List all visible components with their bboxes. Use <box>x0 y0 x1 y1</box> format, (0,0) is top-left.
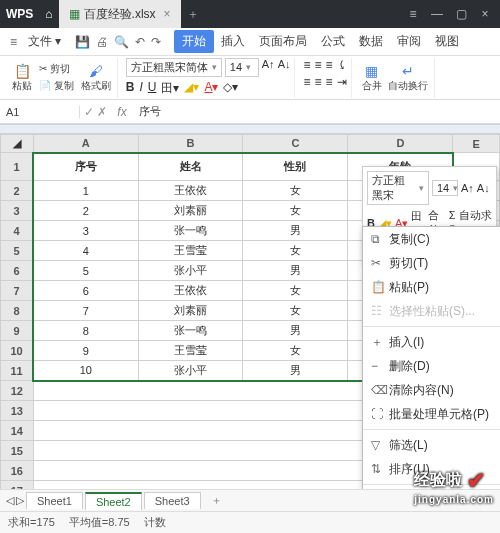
cell[interactable]: 3 <box>33 221 138 241</box>
row-header[interactable]: 6 <box>1 261 34 281</box>
wrap-text-button[interactable]: ↵自动换行 <box>386 61 430 95</box>
formula-input[interactable]: 序号 <box>133 104 500 119</box>
cell[interactable]: 张小平 <box>138 261 243 281</box>
row-header[interactable]: 16 <box>1 461 34 481</box>
row-header[interactable]: 1 <box>1 153 34 181</box>
cell[interactable]: 女 <box>243 181 348 201</box>
cell[interactable]: 王依依 <box>138 181 243 201</box>
fill-color-button[interactable]: ◢▾ <box>184 80 199 97</box>
fx-buttons[interactable]: ✓ ✗ <box>80 105 111 119</box>
align-right-icon[interactable]: ≡ <box>326 75 333 89</box>
cell[interactable]: 男 <box>243 261 348 281</box>
ctx-copy[interactable]: ⧉复制(C)Ctrl+C <box>363 227 500 251</box>
qat-undo-icon[interactable]: ↶ <box>132 35 148 49</box>
italic-button[interactable]: I <box>139 80 142 97</box>
mini-font-name[interactable]: 方正粗黑宋▾ <box>367 171 429 205</box>
cell[interactable]: 男 <box>243 221 348 241</box>
menu-insert[interactable]: 插入 <box>214 33 252 50</box>
indent-icon[interactable]: ⇥ <box>337 75 347 89</box>
row-header[interactable]: 9 <box>1 321 34 341</box>
ctx-clear[interactable]: ⌫清除内容(N) <box>363 378 500 402</box>
tab-next-icon[interactable]: ▷ <box>16 494 24 507</box>
row-header[interactable]: 11 <box>1 361 34 381</box>
col-header[interactable]: B <box>138 135 243 153</box>
ctx-insert[interactable]: ＋插入(I)▶ <box>363 330 500 354</box>
row-header[interactable]: 10 <box>1 341 34 361</box>
close-tab-icon[interactable]: × <box>164 7 171 21</box>
ctx-delete[interactable]: −删除(D)▶ <box>363 354 500 378</box>
cell[interactable]: 刘素丽 <box>138 301 243 321</box>
qat-print-icon[interactable]: 🖨 <box>93 35 111 49</box>
header-cell[interactable]: 姓名 <box>138 153 243 181</box>
cell[interactable]: 女 <box>243 301 348 321</box>
mini-font-size[interactable]: 14▾ <box>432 180 458 196</box>
close-window-icon[interactable]: × <box>478 7 492 21</box>
cut-button[interactable]: ✂ 剪切 <box>36 61 77 77</box>
mini-increase-font-icon[interactable]: A↑ <box>461 182 474 194</box>
app-menu-icon[interactable]: ≡ <box>10 35 17 49</box>
menu-formula[interactable]: 公式 <box>314 33 352 50</box>
home-icon[interactable]: ⌂ <box>39 0 58 28</box>
merge-cells-button[interactable]: ▦合并 <box>360 61 384 95</box>
row-header[interactable]: 7 <box>1 281 34 301</box>
cell[interactable]: 张小平 <box>138 361 243 381</box>
qat-redo-icon[interactable]: ↷ <box>148 35 164 49</box>
cell[interactable]: 9 <box>33 341 138 361</box>
cell[interactable]: 刘素丽 <box>138 201 243 221</box>
menu-file[interactable]: 文件 ▾ <box>21 33 68 50</box>
menu-review[interactable]: 审阅 <box>390 33 428 50</box>
name-box[interactable]: A1 <box>0 106 80 118</box>
col-header[interactable]: A <box>33 135 138 153</box>
row-header[interactable]: 5 <box>1 241 34 261</box>
row-header[interactable]: 8 <box>1 301 34 321</box>
ctx-batch[interactable]: ⛶批量处理单元格(P) <box>363 402 500 426</box>
header-cell[interactable]: 序号 <box>33 153 138 181</box>
col-header[interactable]: E <box>453 135 500 153</box>
cell[interactable]: 2 <box>33 201 138 221</box>
cell[interactable]: 王依依 <box>138 281 243 301</box>
cell[interactable]: 女 <box>243 241 348 261</box>
ctx-filter[interactable]: ▽筛选(L)▶ <box>363 433 500 457</box>
ctx-sort[interactable]: ⇅排序(U)▶ <box>363 457 500 481</box>
underline-button[interactable]: U <box>148 80 157 97</box>
menu-view[interactable]: 视图 <box>428 33 466 50</box>
align-middle-icon[interactable]: ≡ <box>314 58 321 72</box>
qat-save-icon[interactable]: 💾 <box>72 35 93 49</box>
increase-font-icon[interactable]: A↑ <box>262 58 275 77</box>
bold-button[interactable]: B <box>126 80 135 97</box>
minimize-icon[interactable]: — <box>430 7 444 21</box>
sheet-tab-2[interactable]: Sheet2 <box>85 492 142 510</box>
cell[interactable]: 男 <box>243 361 348 381</box>
copy-button[interactable]: 📄 复制 <box>36 78 77 94</box>
row-header[interactable]: 15 <box>1 441 34 461</box>
menu-start[interactable]: 开始 <box>174 30 214 53</box>
font-size-dropdown[interactable]: 14▾ <box>225 58 259 77</box>
font-color-button[interactable]: A▾ <box>204 80 218 97</box>
row-header[interactable]: 12 <box>1 381 34 401</box>
sheet-tab-1[interactable]: Sheet1 <box>26 492 83 509</box>
orientation-icon[interactable]: ⤹ <box>337 58 347 72</box>
add-tab-button[interactable]: ＋ <box>181 0 205 28</box>
cell[interactable]: 1 <box>33 181 138 201</box>
cell[interactable]: 女 <box>243 201 348 221</box>
decrease-font-icon[interactable]: A↓ <box>278 58 291 77</box>
cell[interactable]: 王雪莹 <box>138 241 243 261</box>
cell[interactable]: 6 <box>33 281 138 301</box>
cell[interactable]: 张一鸣 <box>138 321 243 341</box>
row-header[interactable]: 14 <box>1 421 34 441</box>
ctx-paste[interactable]: 📋粘贴(P)Ctrl+V <box>363 275 500 299</box>
col-header[interactable]: C <box>243 135 348 153</box>
select-all-corner[interactable]: ◢ <box>1 135 34 153</box>
format-painter-button[interactable]: 🖌格式刷 <box>79 61 113 95</box>
row-header[interactable]: 2 <box>1 181 34 201</box>
cell[interactable]: 王雪莹 <box>138 341 243 361</box>
row-header[interactable]: 4 <box>1 221 34 241</box>
cell[interactable]: 张一鸣 <box>138 221 243 241</box>
paste-button[interactable]: 📋粘贴 <box>10 61 34 95</box>
add-sheet-button[interactable]: ＋ <box>203 493 230 508</box>
clear-format-button[interactable]: ◇▾ <box>223 80 238 97</box>
cell[interactable]: 男 <box>243 321 348 341</box>
menu-data[interactable]: 数据 <box>352 33 390 50</box>
menu-icon[interactable]: ≡ <box>406 7 420 21</box>
fx-icon[interactable]: fx <box>111 105 132 119</box>
